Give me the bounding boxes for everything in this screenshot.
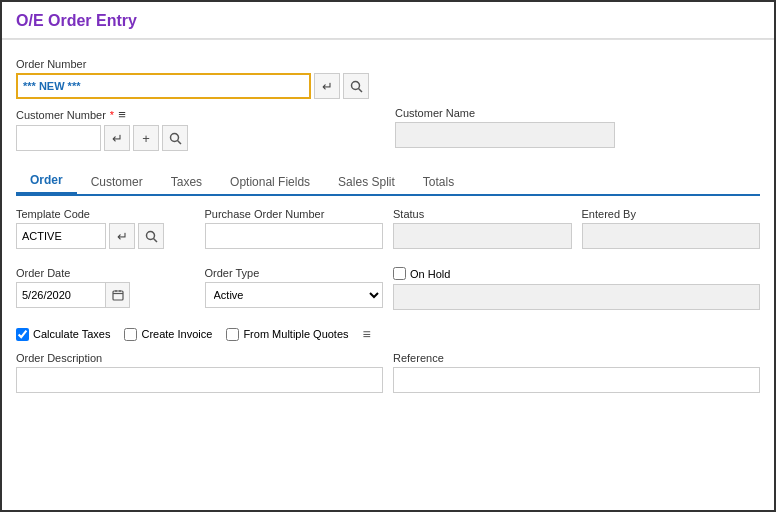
svg-line-3 [177, 140, 181, 144]
tab-taxes[interactable]: Taxes [157, 168, 216, 195]
from-multiple-quotes-item: From Multiple Quotes [226, 328, 348, 341]
reference-input[interactable] [393, 367, 760, 393]
customer-name-row [395, 122, 760, 148]
po-number-group: Purchase Order Number [205, 208, 384, 249]
search-icon [350, 80, 363, 93]
entered-by-input [582, 223, 761, 249]
customer-number-enter-btn[interactable]: ↵ [104, 125, 130, 151]
customer-number-add-btn[interactable]: + [133, 125, 159, 151]
order-number-row: ↵ [16, 73, 760, 99]
svg-line-1 [358, 88, 362, 92]
customer-name-input [395, 122, 615, 148]
create-invoice-item: Create Invoice [124, 328, 212, 341]
template-code-group: Template Code ↵ [16, 208, 195, 249]
create-invoice-checkbox[interactable] [124, 328, 137, 341]
calculate-taxes-item: Calculate Taxes [16, 328, 110, 341]
order-description-label: Order Description [16, 352, 383, 364]
entered-by-group: Entered By [582, 208, 761, 249]
customer-number-label: Customer Number * ≡ [16, 107, 381, 122]
search-icon-template [145, 230, 158, 243]
from-multiple-quotes-checkbox[interactable] [226, 328, 239, 341]
customer-row: Customer Number * ≡ ↵ + Customer Name [16, 107, 760, 159]
template-code-enter-btn[interactable]: ↵ [109, 223, 135, 249]
status-input [393, 223, 572, 249]
tab-optional-fields[interactable]: Optional Fields [216, 168, 324, 195]
tabs-bar: Order Customer Taxes Optional Fields Sal… [16, 167, 760, 196]
checkbox-row: Calculate Taxes Create Invoice From Mult… [16, 326, 760, 342]
tab-content-order: Template Code ↵ Purchase Order Number [16, 208, 760, 401]
status-group: Status [393, 208, 572, 249]
page-title: O/E Order Entry [16, 12, 760, 30]
reference-label: Reference [393, 352, 760, 364]
order-number-label: Order Number [16, 58, 760, 70]
form-row-2: Order Date Order Type [16, 267, 760, 316]
order-number-group: Order Number ↵ [16, 58, 760, 99]
customer-number-row: ↵ + [16, 125, 381, 151]
svg-rect-6 [113, 291, 123, 300]
order-date-input[interactable] [16, 282, 106, 308]
customer-number-group: Customer Number * ≡ ↵ + [16, 107, 381, 151]
customer-number-input[interactable] [16, 125, 101, 151]
template-code-row: ↵ [16, 223, 195, 249]
order-description-group: Order Description [16, 352, 383, 393]
order-description-input[interactable] [16, 367, 383, 393]
order-number-enter-btn[interactable]: ↵ [314, 73, 340, 99]
order-type-group: Order Type Active Quote Standing Future [205, 267, 384, 308]
order-date-label: Order Date [16, 267, 195, 279]
on-hold-label-row: On Hold [393, 267, 760, 280]
entered-by-label: Entered By [582, 208, 761, 220]
reference-group: Reference [393, 352, 760, 393]
form-row-1: Template Code ↵ Purchase Order Number [16, 208, 760, 257]
svg-point-2 [170, 133, 178, 141]
on-hold-checkbox[interactable] [393, 267, 406, 280]
tab-order[interactable]: Order [16, 168, 77, 195]
order-date-row [16, 282, 195, 308]
search-icon-customer [169, 132, 182, 145]
customer-name-group: Customer Name [395, 107, 760, 151]
on-hold-input [393, 284, 760, 310]
template-code-label: Template Code [16, 208, 195, 220]
svg-point-0 [351, 81, 359, 89]
on-hold-group: On Hold [393, 267, 760, 316]
main-content: Order Number ↵ Customer Number * ≡ ↵ [2, 48, 774, 411]
order-date-calendar-btn[interactable] [106, 282, 130, 308]
order-date-group: Order Date [16, 267, 195, 308]
svg-line-5 [153, 238, 157, 242]
order-type-label: Order Type [205, 267, 384, 279]
po-number-input[interactable] [205, 223, 384, 249]
order-number-search-btn[interactable] [343, 73, 369, 99]
tab-customer[interactable]: Customer [77, 168, 157, 195]
customer-number-search-btn[interactable] [162, 125, 188, 151]
customer-name-label: Customer Name [395, 107, 760, 119]
calendar-icon [112, 289, 124, 301]
template-code-input[interactable] [16, 223, 106, 249]
svg-point-4 [146, 231, 154, 239]
po-number-label: Purchase Order Number [205, 208, 384, 220]
order-number-input[interactable] [16, 73, 311, 99]
order-desc-row: Order Description Reference [16, 352, 760, 401]
status-label: Status [393, 208, 572, 220]
template-code-search-btn[interactable] [138, 223, 164, 249]
tab-totals[interactable]: Totals [409, 168, 468, 195]
title-bar: O/E Order Entry [2, 2, 774, 39]
tab-sales-split[interactable]: Sales Split [324, 168, 409, 195]
customer-number-menu-icon[interactable]: ≡ [118, 107, 126, 122]
hamburger-icon[interactable]: ≡ [363, 326, 371, 342]
order-type-select[interactable]: Active Quote Standing Future [205, 282, 384, 308]
calculate-taxes-checkbox[interactable] [16, 328, 29, 341]
